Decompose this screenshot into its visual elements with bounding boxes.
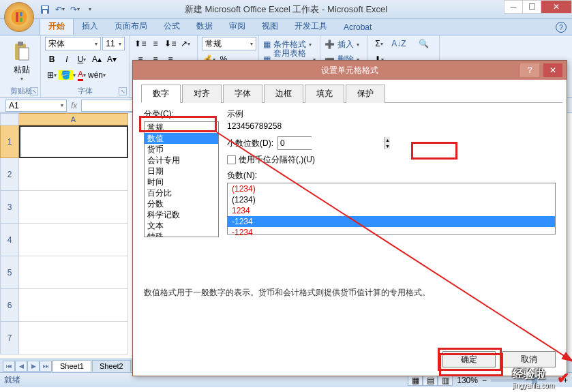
tab-review[interactable]: 审阅 <box>221 18 254 35</box>
number-format-select[interactable]: 常规▾ <box>202 37 256 50</box>
dialog-close-button[interactable]: ✕ <box>543 63 562 77</box>
tab-acrobat[interactable]: Acrobat <box>335 20 380 35</box>
cancel-button[interactable]: 取消 <box>502 351 556 367</box>
align-middle-button[interactable]: ≡ <box>149 37 162 50</box>
tab-nav-prev[interactable]: ◀ <box>15 361 27 372</box>
row-header-5[interactable]: 5 <box>0 256 19 289</box>
ok-button[interactable]: 确定 <box>442 351 496 367</box>
row-header-3[interactable]: 3 <box>0 191 19 224</box>
dlg-tab-fill[interactable]: 填充 <box>305 85 344 103</box>
category-item[interactable]: 常规 <box>145 122 218 133</box>
sheet-tab[interactable]: Sheet2 <box>92 360 131 372</box>
row-header-7[interactable]: 7 <box>0 322 19 355</box>
italic-button[interactable]: I <box>60 52 74 66</box>
cell[interactable] <box>19 322 128 355</box>
category-item[interactable]: 特殊 <box>145 231 218 237</box>
category-item[interactable]: 科学记数 <box>145 209 218 220</box>
row-header-4[interactable]: 4 <box>0 224 19 256</box>
close-button[interactable]: ✕ <box>541 0 572 14</box>
col-header-a[interactable]: A <box>19 113 128 125</box>
tab-data[interactable]: 数据 <box>188 18 221 35</box>
font-size-select[interactable]: 11▾ <box>102 37 125 50</box>
tab-nav-first[interactable]: ⏮ <box>3 361 15 372</box>
dlg-tab-font[interactable]: 字体 <box>223 85 262 103</box>
spinner-down-icon[interactable]: ▼ <box>385 143 390 149</box>
bold-button[interactable]: B <box>45 52 59 66</box>
minimize-button[interactable]: ─ <box>504 0 523 14</box>
tab-nav-next[interactable]: ▶ <box>27 361 40 372</box>
tab-layout[interactable]: 页面布局 <box>106 18 155 35</box>
insert-cells-button[interactable]: ➕插入▾ <box>325 37 363 52</box>
category-item[interactable]: 时间 <box>145 177 218 187</box>
thousands-checkbox[interactable] <box>227 155 236 164</box>
sort-filter-button[interactable]: A↓Z <box>387 37 410 50</box>
negative-item[interactable]: (1234) <box>228 194 555 205</box>
active-cell[interactable] <box>19 125 128 158</box>
row-header-1[interactable]: 1 <box>0 125 19 158</box>
align-top-button[interactable]: ⬆≡ <box>134 37 147 50</box>
name-box[interactable]: A1▾ <box>5 100 67 112</box>
decimal-spinner[interactable]: ▲ ▼ <box>277 136 312 150</box>
negative-list[interactable]: (1234) (1234) 1234 -1234 -1234 <box>227 183 556 235</box>
shrink-font-button[interactable]: A▾ <box>105 52 119 66</box>
tab-home[interactable]: 开始 <box>40 17 74 35</box>
border-button[interactable]: ⊞▾ <box>45 68 59 82</box>
negative-item[interactable]: -1234 <box>228 227 555 238</box>
find-button[interactable]: 🔍 <box>412 37 435 50</box>
category-item[interactable]: 分数 <box>145 198 218 209</box>
paste-button[interactable]: 粘贴 ▾ <box>7 37 36 82</box>
select-all-corner[interactable] <box>0 113 19 125</box>
redo-icon[interactable]: ↷▾ <box>68 3 82 16</box>
cell[interactable] <box>19 256 128 289</box>
tab-dev[interactable]: 开发工具 <box>286 18 335 35</box>
undo-icon[interactable]: ↶▾ <box>53 3 67 16</box>
dlg-tab-border[interactable]: 边框 <box>264 85 303 103</box>
clipboard-expand-icon[interactable]: ⤡ <box>30 87 38 95</box>
cell[interactable] <box>19 224 128 256</box>
fx-icon[interactable]: fx <box>71 101 77 110</box>
office-button[interactable] <box>4 2 34 32</box>
autosum-button[interactable]: Σ▾ <box>372 37 386 50</box>
qat-customize-icon[interactable]: ▾ <box>83 3 97 16</box>
category-item[interactable]: 会计专用 <box>145 155 218 166</box>
dlg-tab-align[interactable]: 对齐 <box>182 85 222 103</box>
negative-item-selected[interactable]: -1234 <box>228 216 555 227</box>
tab-nav-last[interactable]: ⏭ <box>40 361 52 372</box>
grow-font-button[interactable]: A▴ <box>90 52 104 66</box>
category-item[interactable]: 文本 <box>145 220 218 231</box>
negative-item[interactable]: 1234 <box>228 205 555 216</box>
save-icon[interactable] <box>38 3 52 16</box>
decimal-input[interactable] <box>278 137 385 149</box>
font-color-button[interactable]: A▾ <box>75 68 89 82</box>
sheet-tab[interactable]: Sheet1 <box>52 360 91 372</box>
row-header-2[interactable]: 2 <box>0 158 19 191</box>
spinner-up-icon[interactable]: ▲ <box>385 137 390 143</box>
category-item[interactable]: 货币 <box>145 144 218 155</box>
dlg-tab-protect[interactable]: 保护 <box>346 85 385 103</box>
phonetic-button[interactable]: wén▾ <box>90 68 104 82</box>
tab-insert[interactable]: 插入 <box>74 18 106 35</box>
align-bottom-button[interactable]: ⬇≡ <box>164 37 177 50</box>
cell[interactable] <box>19 191 128 224</box>
help-icon[interactable]: ? <box>556 22 567 33</box>
zoom-out-button[interactable]: − <box>482 376 487 385</box>
dlg-tab-number[interactable]: 数字 <box>141 85 181 103</box>
fill-color-button[interactable]: 🪣▾ <box>60 68 74 82</box>
cell[interactable] <box>19 289 128 322</box>
cell[interactable] <box>19 158 128 191</box>
maximize-button[interactable]: ☐ <box>522 0 541 14</box>
font-expand-icon[interactable]: ⤡ <box>119 87 127 95</box>
category-item[interactable]: 百分比 <box>145 187 218 198</box>
category-item[interactable]: 日期 <box>145 166 218 177</box>
font-name-select[interactable]: 宋体▾ <box>45 37 101 50</box>
underline-button[interactable]: U▾ <box>75 52 89 66</box>
tab-view[interactable]: 视图 <box>254 18 286 35</box>
orientation-button[interactable]: ↗▾ <box>179 37 192 50</box>
row-header-6[interactable]: 6 <box>0 289 19 322</box>
category-item-selected[interactable]: 数值 <box>145 133 218 144</box>
tab-formula[interactable]: 公式 <box>155 18 188 35</box>
dialog-titlebar[interactable]: 设置单元格格式 ? ✕ <box>133 61 567 80</box>
negative-item[interactable]: (1234) <box>228 183 555 194</box>
category-list[interactable]: 常规 数值 货币 会计专用 日期 时间 百分比 分数 科学记数 文本 特殊 自定… <box>144 121 219 237</box>
dialog-help-button[interactable]: ? <box>520 63 539 77</box>
